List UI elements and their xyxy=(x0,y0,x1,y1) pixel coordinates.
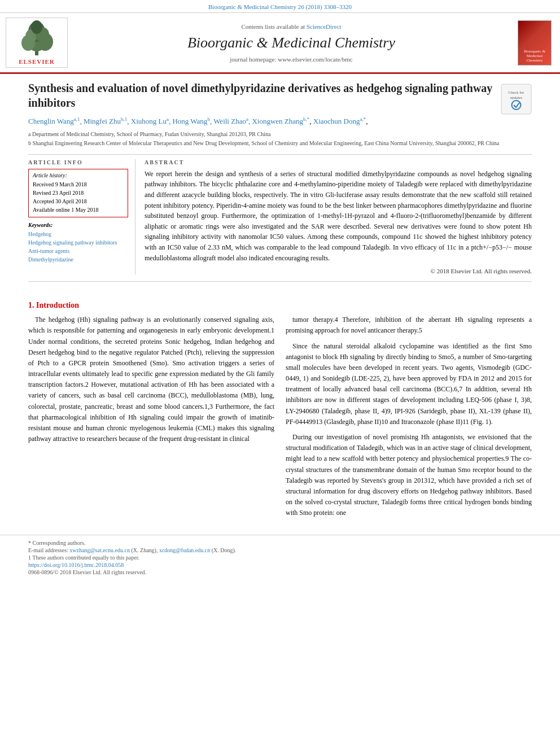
body-section: 1. Introduction The hedgehog (Hh) signal… xyxy=(0,301,560,534)
science-direct-anchor[interactable]: ScienceDirect xyxy=(307,23,342,30)
body-col-right: tumor therapy.4 Therefore, inhibition of… xyxy=(286,314,532,523)
article-title: Synthesis and evaluation of novel dimeth… xyxy=(28,81,495,110)
issn-notice: 0968-0896/© 2018 Elsevier Ltd. All right… xyxy=(28,569,532,575)
doi-link: https://doi.org/10.1016/j.bmc.2018.04.05… xyxy=(28,562,532,568)
journal-header: ELSEVIER Contents lists available at Sci… xyxy=(0,13,560,74)
title-row: Synthesis and evaluation of novel dimeth… xyxy=(28,81,532,116)
article-info-abstract: ARTICLE INFO Article history: Received 9… xyxy=(28,159,532,282)
article-section: Synthesis and evaluation of novel dimeth… xyxy=(0,74,560,295)
author-mingfei: Mingfei Zhu xyxy=(84,117,121,125)
svg-text:updates: updates xyxy=(510,95,523,100)
affiliation-a: a Department of Medicinal Chemistry, Sch… xyxy=(28,130,532,138)
doi-anchor[interactable]: https://doi.org/10.1016/j.bmc.2018.04.05… xyxy=(28,562,124,568)
body-para-4: During our investigation of novel promis… xyxy=(286,432,532,519)
keyword-1: Hedgehog xyxy=(28,230,128,238)
history-available-text: Available online 1 May 2018 xyxy=(33,206,98,214)
history-accepted: Accepted 30 April 2018 xyxy=(33,197,124,206)
footer: * Corresponding authors. E-mail addresse… xyxy=(0,535,560,580)
keywords-list: Hedgehog Hedgehog signaling pathway inhi… xyxy=(28,230,128,264)
history-available: Available online 1 May 2018 xyxy=(33,206,124,214)
email-label: E-mail addresses: xyxy=(28,547,68,553)
history-revised-text: Revised 23 April 2018 xyxy=(33,189,84,197)
body-para-1: The hedgehog (Hh) signaling pathway is a… xyxy=(28,314,274,444)
keyword-4: Dimethylpyridazine xyxy=(28,255,128,264)
body-two-col: The hedgehog (Hh) signaling pathway is a… xyxy=(28,314,532,523)
science-direct-link: Contents lists available at ScienceDirec… xyxy=(241,23,341,30)
article-history-box: Article history: Received 9 March 2018 R… xyxy=(28,169,128,217)
journal-cover-image: Bioorganic &MedicinalChemistry xyxy=(518,20,552,65)
history-received-text: Received 9 March 2018 xyxy=(33,180,87,189)
history-title: Article history: xyxy=(33,172,124,178)
keyword-3: Anti-tumor agents xyxy=(28,247,128,255)
keywords-section: Keywords: Hedgehog Hedgehog signaling pa… xyxy=(28,222,128,264)
svg-point-7 xyxy=(31,20,42,34)
journal-cover-text: Bioorganic &MedicinalChemistry xyxy=(524,49,545,63)
abstract-col: ABSTRACT We report herein the design and… xyxy=(145,159,532,274)
footnote-email: E-mail addresses: xwzhang@sat.ecnu.edu.c… xyxy=(28,547,532,553)
elsevier-label: ELSEVIER xyxy=(19,58,55,65)
article-info-label: ARTICLE INFO xyxy=(28,159,128,165)
keywords-title: Keywords: xyxy=(28,222,128,228)
body-col-left: The hedgehog (Hh) signaling pathway is a… xyxy=(28,314,274,523)
history-received: Received 9 March 2018 xyxy=(33,180,124,189)
history-revised: Revised 23 April 2018 xyxy=(33,189,124,197)
author-chenglin: Chenglin Wang xyxy=(28,117,74,125)
keyword-2: Hedgehog signaling pathway inhibitors xyxy=(28,238,128,247)
author-hong: Hong Wang xyxy=(172,117,207,125)
journal-top-bar: Bioorganic & Medicinal Chemistry 26 (201… xyxy=(0,0,560,13)
email1-person: (X. Zhang), xyxy=(131,547,158,553)
email1-link[interactable]: xwzhang@sat.ecnu.edu.cn xyxy=(69,547,130,553)
authors: Chenglin Wanga,1, Mingfei Zhub,1, Xiuhon… xyxy=(28,116,532,127)
footnote-equal: 1 These authors contributed equally to t… xyxy=(28,554,532,561)
elsevier-logo: ELSEVIER xyxy=(6,18,68,68)
affiliations: a Department of Medicinal Chemistry, Sch… xyxy=(28,130,532,155)
journal-center: Contents lists available at ScienceDirec… xyxy=(73,18,509,68)
svg-text:Check for: Check for xyxy=(509,90,524,95)
journal-cover: Bioorganic &MedicinalChemistry xyxy=(515,18,554,68)
article-info-col: ARTICLE INFO Article history: Received 9… xyxy=(28,159,135,274)
author-xiaochun: Xiaochun Dong xyxy=(313,117,360,125)
author-xiuhong: Xiuhong Lu xyxy=(131,117,167,125)
copyright-notice: © 2018 Elsevier Ltd. All rights reserved… xyxy=(145,268,532,274)
journal-homepage: journal homepage: www.elsevier.com/locat… xyxy=(230,56,352,63)
author-xiongwen: Xiongwen Zhang xyxy=(252,117,303,125)
abstract-text: We report herein the design and synthesi… xyxy=(145,169,532,263)
check-updates-badge: Check for updates xyxy=(501,84,532,115)
history-accepted-text: Accepted 30 April 2018 xyxy=(33,197,87,206)
email2-link[interactable]: xcdong@fudan.edu.cn xyxy=(159,547,210,553)
body-para-2: tumor therapy.4 Therefore, inhibition of… xyxy=(286,314,532,336)
journal-title: Bioorganic & Medicinal Chemistry xyxy=(187,34,395,51)
affiliation-b: b Shanghai Engineering Research Center o… xyxy=(28,139,532,147)
body-para-3: Since the natural steroidal alkaloid cyc… xyxy=(286,341,532,428)
elsevier-tree-icon xyxy=(11,20,62,57)
abstract-label: ABSTRACT xyxy=(145,159,532,165)
author-weili: Weili Zhao xyxy=(213,117,246,125)
footnote-corresponding: * Corresponding authors. xyxy=(28,540,532,546)
section-1-heading: 1. Introduction xyxy=(28,301,532,310)
email2-person: (X. Dong). xyxy=(212,547,237,553)
